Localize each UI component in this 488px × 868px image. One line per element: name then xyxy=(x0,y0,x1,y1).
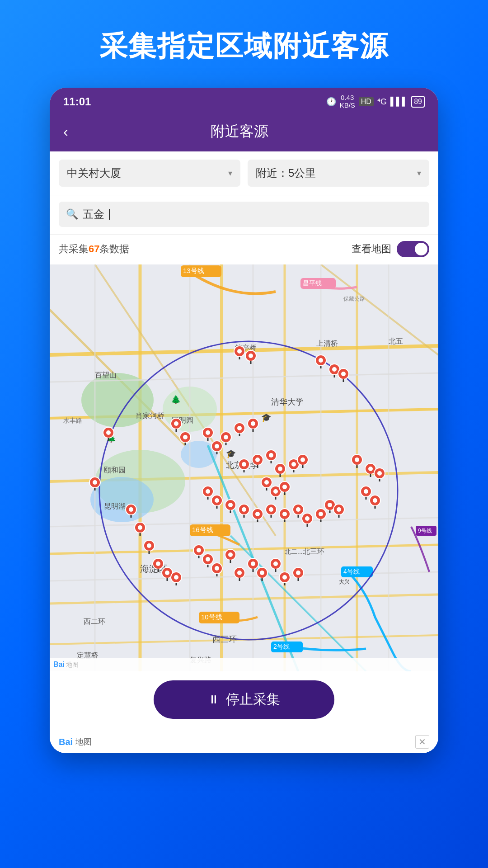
page-title: 采集指定区域附近客源 xyxy=(99,27,389,65)
svg-text:Bai: Bai xyxy=(53,660,65,668)
location-value: 中关村大厦 xyxy=(67,166,121,180)
svg-text:🌲: 🌲 xyxy=(171,395,181,405)
svg-text:百望山: 百望山 xyxy=(95,371,117,379)
svg-text:🎓: 🎓 xyxy=(261,413,272,423)
svg-text:9号线: 9号线 xyxy=(418,528,432,534)
network-icon: ⁴G xyxy=(377,97,387,107)
nearby-select[interactable]: 附近：5公里 ▾ xyxy=(248,160,429,187)
signal-bars-icon: ▌▌▌ xyxy=(390,97,408,106)
content-area: 中关村大厦 ▾ 附近：5公里 ▾ 🔍 五金 共采集67条数据 查看地图 xyxy=(50,151,438,753)
svg-text:2号线: 2号线 xyxy=(273,643,290,650)
svg-text:4号线: 4号线 xyxy=(343,568,360,575)
svg-text:昆明湖: 昆明湖 xyxy=(104,502,126,510)
hd-badge: HD xyxy=(359,97,374,106)
svg-rect-71 xyxy=(50,658,438,671)
search-icon: 🔍 xyxy=(66,208,78,220)
svg-text:西三环: 西三环 xyxy=(212,635,237,644)
close-icon[interactable]: ✕ xyxy=(415,735,429,749)
svg-text:北二...: 北二... xyxy=(285,548,303,555)
cursor-indicator xyxy=(109,209,110,220)
map-area: 13号线 16号线 10号线 4号线 大兴 2号线 昌平线 9号线 百望山 颐 xyxy=(50,264,438,671)
location-select[interactable]: 中关村大厦 ▾ xyxy=(59,160,240,187)
nav-title: 附近客源 xyxy=(77,122,402,142)
svg-text:北三环: 北三环 xyxy=(303,547,324,555)
search-text: 五金 xyxy=(83,207,104,222)
battery-indicator: 89 xyxy=(411,96,425,108)
stats-text: 共采集67条数据 xyxy=(59,242,129,256)
svg-text:水丰路: 水丰路 xyxy=(63,417,82,424)
status-time: 11:01 xyxy=(63,95,91,108)
speed-indicator: 0.43KB/S xyxy=(340,94,355,109)
status-icons: 🕐 0.43KB/S HD ⁴G ▌▌▌ 89 xyxy=(326,94,425,109)
svg-text:清华大学: 清华大学 xyxy=(271,397,304,406)
nav-bar: ‹ 附近客源 xyxy=(50,113,438,151)
svg-text:西二环: 西二环 xyxy=(84,618,105,625)
map-toggle-wrap: 查看地图 xyxy=(352,241,429,257)
svg-text:13号线: 13号线 xyxy=(183,267,204,274)
stop-collect-button[interactable]: ⏸ 停止采集 xyxy=(154,680,334,719)
svg-text:北五: 北五 xyxy=(389,337,403,345)
map-footer: Bai 地图 ✕ xyxy=(50,731,438,753)
svg-text:昌平线: 昌平线 xyxy=(303,279,322,287)
svg-text:上清桥: 上清桥 xyxy=(316,340,338,347)
clock-icon: 🕐 xyxy=(326,97,336,107)
map-toggle-switch[interactable] xyxy=(397,241,429,257)
svg-text:大兴: 大兴 xyxy=(339,579,350,585)
baidu-logo: Bai xyxy=(59,737,73,747)
filter-row: 中关村大厦 ▾ 附近：5公里 ▾ xyxy=(50,151,438,195)
svg-text:地图: 地图 xyxy=(66,661,79,668)
status-bar: 11:01 🕐 0.43KB/S HD ⁴G ▌▌▌ 89 xyxy=(50,88,438,113)
baidu-map-text: 地图 xyxy=(75,736,92,747)
phone-frame: 11:01 🕐 0.43KB/S HD ⁴G ▌▌▌ 89 ‹ 附近客源 中关村… xyxy=(50,88,438,753)
search-input-wrap[interactable]: 🔍 五金 xyxy=(59,202,429,227)
nearby-chevron-icon: ▾ xyxy=(417,168,421,178)
toggle-knob xyxy=(415,243,427,255)
svg-text:16号线: 16号线 xyxy=(192,526,213,533)
pause-icon: ⏸ xyxy=(208,693,220,707)
map-toggle-label: 查看地图 xyxy=(352,242,391,256)
back-button[interactable]: ‹ xyxy=(63,123,68,140)
svg-text:保藏公路: 保藏公路 xyxy=(343,296,365,302)
svg-text:10号线: 10号线 xyxy=(201,613,222,621)
stats-row: 共采集67条数据 查看地图 xyxy=(50,234,438,264)
svg-text:🎓: 🎓 xyxy=(226,449,236,459)
bottom-button-wrap: ⏸ 停止采集 xyxy=(50,671,438,731)
location-chevron-icon: ▾ xyxy=(228,168,232,178)
search-row: 🔍 五金 xyxy=(50,195,438,234)
stop-label: 停止采集 xyxy=(226,690,280,709)
svg-text:颐和园: 颐和园 xyxy=(104,466,126,474)
svg-text:肖家河桥: 肖家河桥 xyxy=(136,412,164,420)
nearby-label: 附近：5公里 xyxy=(256,166,316,180)
